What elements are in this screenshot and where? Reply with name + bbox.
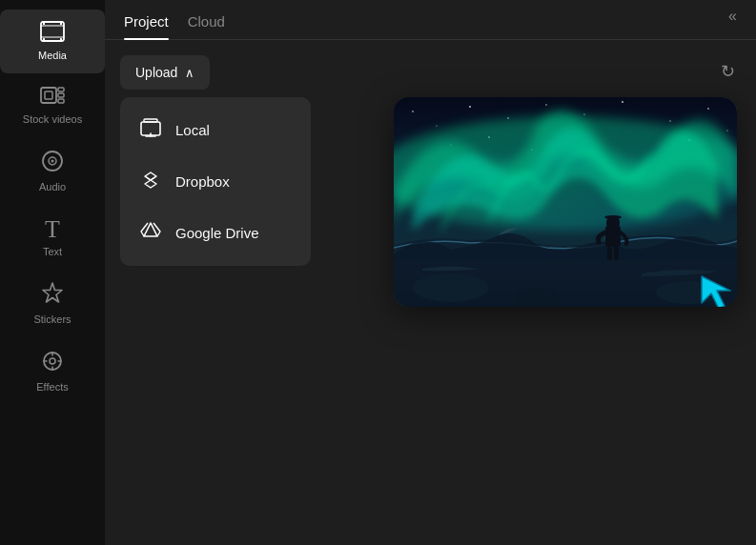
svg-rect-38 — [607, 247, 612, 260]
svg-rect-10 — [58, 93, 64, 97]
sidebar-item-stickers-label: Stickers — [33, 313, 71, 326]
svg-rect-18 — [144, 119, 157, 122]
svg-point-16 — [50, 358, 55, 364]
chevron-up-icon: ∧ — [185, 66, 194, 80]
sidebar-item-media-label: Media — [38, 50, 67, 62]
svg-point-21 — [436, 125, 437, 126]
text-icon: T — [45, 217, 60, 242]
tabs-bar: Project Cloud « — [105, 0, 756, 40]
svg-point-23 — [507, 117, 508, 118]
google-drive-icon — [139, 221, 162, 245]
sidebar-item-text[interactable]: T Text — [0, 206, 105, 270]
sidebar-item-stickers[interactable]: Stickers — [0, 270, 105, 337]
effects-icon — [40, 349, 65, 377]
sidebar-item-media[interactable]: Media — [0, 10, 105, 73]
local-icon — [139, 118, 162, 142]
svg-point-33 — [726, 130, 727, 131]
dropbox-label: Dropbox — [175, 173, 230, 190]
svg-point-22 — [469, 106, 471, 108]
svg-rect-3 — [43, 22, 45, 25]
svg-point-28 — [707, 108, 709, 110]
refresh-icon: ↻ — [721, 62, 735, 81]
svg-point-20 — [412, 111, 414, 112]
upload-local-item[interactable]: Local — [120, 105, 311, 155]
aurora-image — [394, 97, 737, 307]
svg-point-37 — [604, 215, 622, 219]
audio-icon — [40, 149, 65, 177]
sidebar-item-effects-label: Effects — [36, 381, 68, 394]
svg-point-40 — [413, 273, 489, 302]
sidebar-item-audio[interactable]: Audio — [0, 137, 105, 205]
svg-rect-9 — [58, 88, 64, 91]
dropbox-icon — [139, 169, 162, 194]
sidebar-item-stock-videos-label: Stock videos — [23, 113, 82, 126]
svg-point-42 — [513, 288, 561, 307]
collapse-tabs-button[interactable]: « — [728, 8, 737, 32]
media-icon — [40, 21, 65, 46]
svg-point-14 — [51, 160, 54, 163]
svg-point-24 — [545, 104, 547, 106]
svg-rect-5 — [43, 38, 45, 41]
stock-videos-icon — [40, 85, 65, 110]
google-drive-label: Google Drive — [175, 225, 259, 241]
svg-rect-2 — [41, 36, 64, 38]
media-panel: ↻ Upload ∧ Local — [105, 40, 756, 545]
svg-rect-6 — [60, 38, 62, 41]
svg-rect-39 — [614, 247, 619, 260]
upload-button[interactable]: Upload ∧ — [120, 55, 210, 90]
sidebar-item-text-label: Text — [43, 246, 62, 258]
upload-google-drive-item[interactable]: Google Drive — [120, 208, 311, 258]
sidebar-item-effects[interactable]: Effects — [0, 337, 105, 405]
sidebar-item-stock-videos[interactable]: Stock videos — [0, 73, 105, 137]
svg-rect-1 — [41, 25, 64, 27]
stickers-icon — [40, 281, 65, 310]
sidebar: Media Stock videos Audio T Text — [0, 0, 105, 545]
refresh-button[interactable]: ↻ — [715, 55, 741, 88]
svg-point-27 — [669, 120, 670, 121]
upload-dropdown: Local Dropbox — [120, 97, 311, 266]
local-label: Local — [175, 122, 210, 138]
svg-rect-8 — [45, 91, 52, 99]
sidebar-item-audio-label: Audio — [39, 181, 66, 193]
aurora-svg — [394, 97, 737, 307]
upload-label: Upload — [135, 65, 177, 80]
main-content: Project Cloud « ↻ Upload ∧ — [105, 0, 756, 545]
svg-point-25 — [583, 113, 584, 114]
svg-rect-11 — [58, 99, 64, 103]
upload-dropbox-item[interactable]: Dropbox — [120, 155, 311, 208]
svg-point-26 — [622, 101, 623, 103]
svg-rect-4 — [60, 22, 62, 25]
tab-cloud[interactable]: Cloud — [188, 13, 225, 39]
cursor-arrow — [694, 269, 737, 307]
tab-project[interactable]: Project — [124, 13, 169, 39]
svg-rect-7 — [41, 88, 56, 103]
